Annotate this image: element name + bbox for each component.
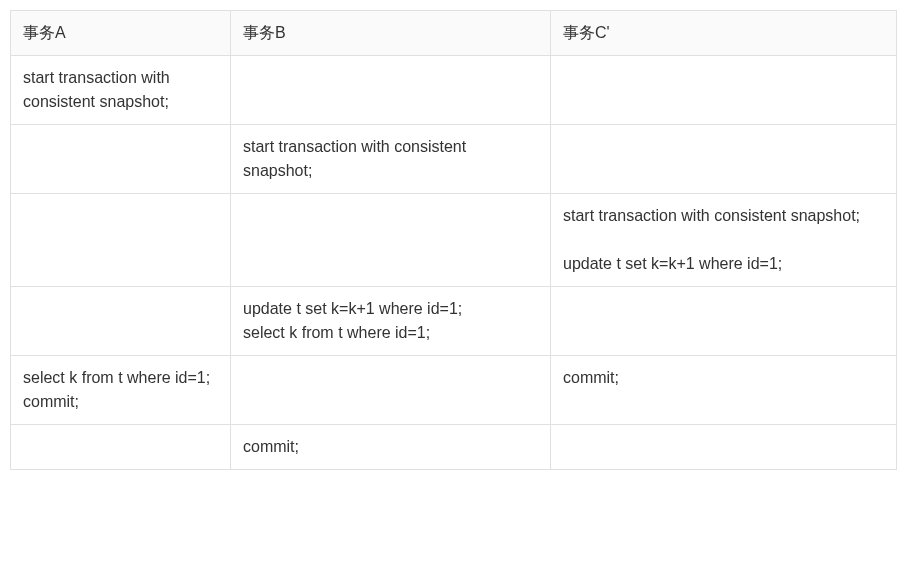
cell: [11, 125, 231, 194]
table-row: select k from t where id=1; commit; comm…: [11, 356, 897, 425]
cell: [551, 425, 897, 470]
table-row: start transaction with consistent snapsh…: [11, 125, 897, 194]
cell: commit;: [551, 356, 897, 425]
cell: update t set k=k+1 where id=1; select k …: [231, 287, 551, 356]
cell: [231, 194, 551, 287]
transaction-table: 事务A 事务B 事务C' start transaction with cons…: [10, 10, 897, 470]
cell: start transaction with consistent snapsh…: [551, 194, 897, 287]
table-row: update t set k=k+1 where id=1; select k …: [11, 287, 897, 356]
cell: start transaction with consistent snapsh…: [11, 56, 231, 125]
cell: [231, 356, 551, 425]
cell: [11, 194, 231, 287]
cell: [231, 56, 551, 125]
table-row: commit;: [11, 425, 897, 470]
table-header-row: 事务A 事务B 事务C': [11, 11, 897, 56]
cell: select k from t where id=1; commit;: [11, 356, 231, 425]
table-row: start transaction with consistent snapsh…: [11, 194, 897, 287]
cell: [11, 287, 231, 356]
cell: [551, 125, 897, 194]
cell: commit;: [231, 425, 551, 470]
cell: [551, 287, 897, 356]
cell: [551, 56, 897, 125]
cell: [11, 425, 231, 470]
header-transaction-c: 事务C': [551, 11, 897, 56]
header-transaction-b: 事务B: [231, 11, 551, 56]
table-row: start transaction with consistent snapsh…: [11, 56, 897, 125]
cell: start transaction with consistent snapsh…: [231, 125, 551, 194]
header-transaction-a: 事务A: [11, 11, 231, 56]
